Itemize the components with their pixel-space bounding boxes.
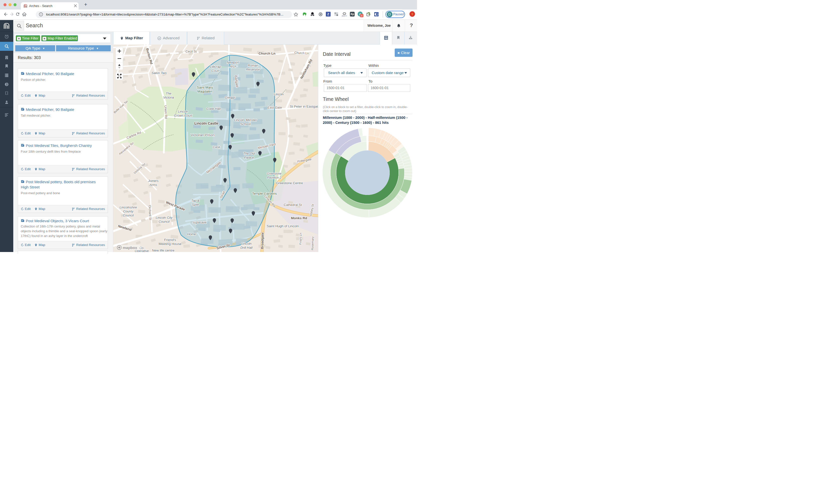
svg-text:East Gate: East Gate — [267, 106, 282, 109]
svg-text:Lillicrap: Lillicrap — [210, 65, 221, 69]
svg-text:Salon Two: Salon Two — [152, 71, 167, 75]
svg-text:Pavillion 2: Pavillion 2 — [267, 176, 282, 179]
svg-text:Cobb Hall: Cobb Hall — [206, 107, 221, 111]
svg-text:Joiners: Joiners — [148, 179, 158, 183]
svg-text:Saint Mary: Saint Mary — [197, 86, 213, 89]
svg-text:Palace: Palace — [244, 156, 254, 159]
svg-text:Lincoln Castle: Lincoln Castle — [194, 121, 218, 125]
svg-text:Newport: Newport — [227, 61, 239, 64]
svg-text:Council: Council — [158, 220, 170, 224]
svg-text:Reservoir: Reservoir — [246, 68, 260, 71]
svg-text:Home: Home — [187, 232, 196, 236]
svg-text:The: The — [166, 92, 171, 95]
svg-text:School: School — [240, 122, 250, 126]
svg-text:Greggs: Greggs — [225, 96, 236, 99]
svg-text:Monks Rd: Monks Rd — [291, 216, 307, 220]
svg-text:Lincoln City: Lincoln City — [156, 216, 173, 220]
svg-text:St Peter in Eastgate: St Peter in Eastgate — [290, 105, 318, 108]
svg-text:Arch: Arch — [229, 65, 237, 68]
svg-text:Victoria: Victoria — [163, 96, 174, 99]
svg-text:Temple Gardens: Temple Gardens — [252, 192, 277, 196]
svg-text:Crown Court: Crown Court — [174, 114, 193, 117]
svg-text:The Old: The Old — [243, 152, 255, 155]
svg-text:Greestone Centre: Greestone Centre — [276, 181, 303, 185]
svg-text:New life centre: New life centre — [152, 249, 174, 252]
svg-text:Arms: Arms — [149, 183, 157, 187]
svg-text:Lincoln: Lincoln — [274, 93, 284, 96]
svg-text:Lincoln: Lincoln — [241, 242, 251, 246]
svg-text:geojson.io: geojson.io — [342, 15, 347, 17]
svg-text:Lincoln Minster: Lincoln Minster — [234, 118, 257, 122]
svg-text:Rosemary-: Rosemary- — [311, 235, 314, 250]
svg-text:Friend's: Friend's — [164, 238, 176, 242]
svg-text:Drill Hall: Drill Hall — [240, 246, 253, 250]
svg-text:Cask: Cask — [213, 145, 220, 149]
svg-text:Union Rd: Union Rd — [164, 105, 168, 119]
svg-text:Broadgate: Broadgate — [260, 232, 264, 249]
svg-text:Council: Council — [123, 213, 134, 217]
svg-text:Church Ln: Church Ln — [259, 51, 276, 55]
svg-text:Victorian Prison: Victorian Prison — [191, 133, 214, 137]
svg-text:Magdalen: Magdalen — [197, 90, 212, 93]
svg-text:supasave: supasave — [193, 221, 206, 224]
svg-text:County: County — [123, 209, 134, 213]
svg-text:Lincoln: Lincoln — [178, 110, 188, 113]
svg-text:Roman: Roman — [248, 64, 258, 67]
svg-text:Friars Ln: Friars Ln — [299, 233, 303, 245]
svg-text:Tap &: Tap & — [191, 199, 200, 203]
svg-text:Cathedral St: Cathedral St — [284, 203, 302, 207]
svg-text:Court: Court — [212, 69, 220, 73]
svg-text:Cecil St: Cecil St — [185, 49, 197, 53]
svg-text:mapbox: mapbox — [123, 246, 137, 250]
svg-text:Lincolnshire: Lincolnshire — [119, 205, 137, 209]
svg-text:Spile: Spile — [192, 203, 199, 206]
svg-text:Saint Hugh of Lincoln: Saint Hugh of Lincoln — [267, 224, 299, 228]
svg-text:Meeting House: Meeting House — [159, 242, 181, 246]
svg-text:Greestone: Greestone — [267, 172, 282, 176]
